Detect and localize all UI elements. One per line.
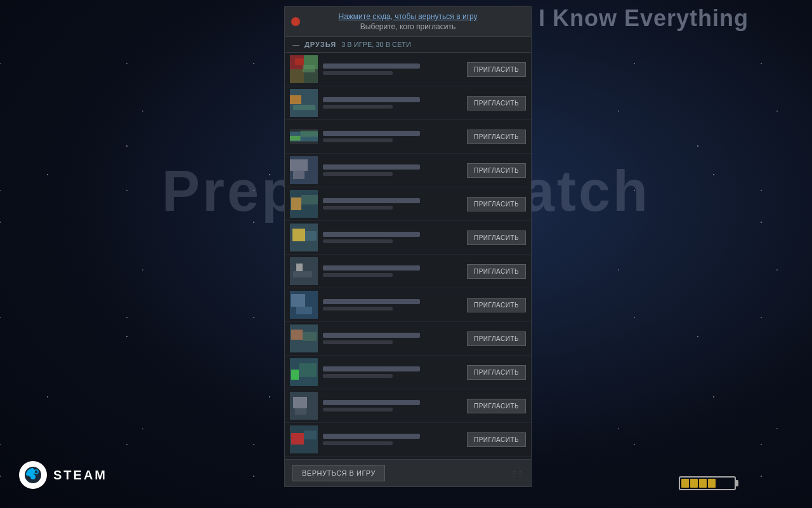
list-item: ПРИГЛАСИТЬ (285, 187, 531, 221)
svg-rect-6 (290, 69, 304, 83)
steam-overlay-panel: Нажмите сюда, чтобы вернуться в игру Выб… (284, 6, 532, 487)
battery-indicator (679, 476, 736, 490)
svg-rect-16 (290, 136, 301, 141)
invite-button[interactable]: ПРИГЛАСИТЬ (467, 399, 526, 413)
svg-rect-13 (293, 105, 315, 110)
panel-footer: ВЕРНУТЬСЯ В ИГРУ ⋮⋮ (285, 459, 531, 486)
friend-status (323, 206, 393, 210)
svg-rect-24 (291, 197, 301, 210)
list-item: ПРИГЛАСИТЬ (285, 154, 531, 187)
avatar (290, 257, 318, 285)
friend-name (323, 232, 420, 237)
panel-header: Нажмите сюда, чтобы вернуться в игру Выб… (285, 7, 531, 37)
svg-rect-53 (304, 431, 317, 439)
list-item: ПРИГЛАСИТЬ (285, 288, 531, 322)
svg-rect-48 (293, 397, 307, 408)
invite-button[interactable]: ПРИГЛАСИТЬ (467, 231, 526, 245)
list-item: ПРИГЛАСИТЬ (285, 221, 531, 255)
friend-name (323, 434, 420, 439)
svg-rect-52 (291, 433, 304, 444)
battery-cell-6 (726, 479, 733, 488)
battery-cell-4 (708, 479, 716, 488)
svg-rect-32 (296, 264, 303, 271)
friend-status (323, 374, 393, 378)
svg-rect-44 (291, 370, 299, 380)
friend-name (323, 400, 420, 405)
invite-button[interactable]: ПРИГЛАСИТЬ (467, 163, 526, 178)
friend-status (323, 273, 393, 277)
invite-button[interactable]: ПРИГЛАСИТЬ (467, 96, 526, 110)
return-to-game-button[interactable]: ВЕРНУТЬСЯ В ИГРУ (292, 465, 385, 481)
friend-status (323, 340, 393, 344)
friend-name (323, 333, 420, 338)
friend-info (323, 198, 462, 210)
avatar (290, 89, 318, 117)
battery-body (679, 476, 736, 490)
svg-rect-45 (299, 363, 317, 377)
invite-button[interactable]: ПРИГЛАСИТЬ (467, 365, 526, 380)
friend-name (323, 265, 420, 271)
collapse-button[interactable]: — (292, 41, 299, 48)
friend-name (323, 164, 420, 170)
friend-status (323, 408, 393, 411)
game-title: I Know Everything (539, 5, 749, 32)
friend-info (323, 366, 462, 378)
friend-status (323, 172, 393, 176)
invite-button[interactable]: ПРИГЛАСИТЬ (467, 130, 526, 144)
friends-label: ДРУЗЬЯ (304, 41, 336, 48)
invite-button[interactable]: ПРИГЛАСИТЬ (467, 197, 526, 211)
svg-rect-40 (291, 330, 303, 340)
avatar (290, 55, 318, 83)
friend-info (323, 164, 462, 176)
list-item: ПРИГЛАСИТЬ (285, 120, 531, 154)
svg-rect-20 (290, 159, 308, 171)
svg-point-2 (35, 471, 37, 473)
friend-status (323, 138, 393, 142)
friend-info (323, 64, 462, 75)
friend-info (323, 265, 462, 277)
avatar (290, 190, 318, 218)
avatar (290, 358, 318, 386)
svg-rect-28 (292, 229, 305, 241)
friend-status (323, 441, 393, 445)
friend-info (323, 333, 462, 344)
invite-button[interactable]: ПРИГЛАСИТЬ (467, 298, 526, 312)
list-item: ПРИГЛАСИТЬ (285, 457, 531, 459)
svg-rect-9 (303, 65, 315, 72)
svg-rect-29 (305, 231, 317, 241)
svg-rect-17 (301, 131, 318, 137)
svg-rect-12 (290, 95, 301, 104)
close-button[interactable] (291, 17, 300, 26)
avatar (290, 392, 318, 420)
svg-rect-49 (295, 408, 306, 415)
friends-header: — ДРУЗЬЯ 3 В ИГРЕ, 30 В СЕТИ (285, 37, 531, 53)
panel-subtitle: Выберите, кого пригласить (360, 22, 455, 31)
friend-info (323, 299, 462, 311)
return-to-game-link[interactable]: Нажмите сюда, чтобы вернуться в игру (338, 12, 477, 21)
invite-button[interactable]: ПРИГЛАСИТЬ (467, 432, 526, 447)
battery-cell-2 (690, 479, 698, 488)
svg-rect-8 (295, 58, 304, 65)
battery-cell-5 (717, 479, 724, 488)
svg-rect-41 (303, 332, 317, 341)
avatar (290, 425, 318, 453)
list-item: ПРИГЛАСИТЬ (285, 255, 531, 288)
friend-name (323, 299, 420, 304)
resize-handle[interactable]: ⋮⋮ (511, 470, 523, 477)
list-item: ПРИГЛАСИТЬ (285, 322, 531, 356)
invite-button[interactable]: ПРИГЛАСИТЬ (467, 264, 526, 279)
friend-name (323, 198, 420, 203)
friend-info (323, 434, 462, 445)
avatar (290, 156, 318, 184)
steam-icon (19, 461, 47, 489)
friends-count: 3 В ИГРЕ, 30 В СЕТИ (341, 41, 411, 48)
friend-status (323, 71, 393, 75)
avatar (290, 291, 318, 319)
invite-button[interactable]: ПРИГЛАСИТЬ (467, 62, 526, 77)
svg-rect-36 (291, 294, 305, 307)
friend-info (323, 232, 462, 243)
friend-info (323, 131, 462, 142)
svg-rect-33 (293, 271, 312, 277)
list-item: ПРИГЛАСИТЬ (285, 356, 531, 389)
invite-button[interactable]: ПРИГЛАСИТЬ (467, 331, 526, 346)
